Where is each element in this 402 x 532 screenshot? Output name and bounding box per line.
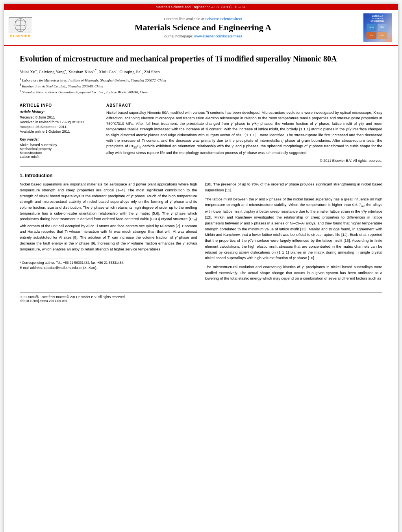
copyright-line: © 2011 Elsevier B.V. All rights reserved…: [106, 159, 382, 163]
accepted-date: Accepted 26 September 2011: [20, 125, 98, 129]
revised-date: Received in revised form 12 August 2011: [20, 120, 98, 124]
homepage-line: journal homepage: www.elsevier.com/locat…: [164, 34, 243, 38]
homepage-label: journal homepage:: [164, 34, 193, 38]
cover-journal-title: MATERIALSSCIENCE &ENGINEERING: [371, 15, 384, 22]
authors-line: Yulai Xua, Caixiong Yanga, Xueshan Xiaoa…: [20, 69, 382, 74]
section1-title: 1. Introduction: [20, 173, 382, 178]
affiliation-a: a Laboratory for Microstructures, Instit…: [20, 77, 382, 82]
footer-issn: 0921-5093/$ – see front matter © 2011 El…: [20, 295, 126, 299]
body-two-column-layout: Nickel based superalloys are important m…: [20, 182, 382, 285]
journal-name: Materials Science and Engineering A: [135, 22, 271, 33]
article-footer: 0921-5093/$ – see front matter © 2011 El…: [20, 293, 382, 303]
elsevier-logo: ELSEVIER ELSEVIER: [9, 17, 32, 38]
journal-title-block: Contents lists available at SciVerse Sci…: [48, 13, 358, 42]
history-label: Article history:: [20, 110, 98, 114]
body-right-column: [10]. The presence of up to 70% of the o…: [205, 182, 383, 285]
intro-paragraph-3: The lattice misfit between the γ′ and γ …: [205, 196, 383, 261]
elsevier-wordmark: ELSEVIER: [10, 34, 31, 38]
article-info-abstract-section: ARTICLE INFO Article history: Received 8…: [20, 103, 382, 163]
article-content: Evolution of microstructure and mechanic…: [4, 46, 398, 311]
journal-cover-image: MATERIALSSCIENCE &ENGINEERING micro SEM …: [362, 13, 393, 42]
footnote-corresponding: * Corresponding author. Tel.: +86 21 563…: [20, 261, 197, 265]
cover-graphic: MATERIALSSCIENCE &ENGINEERING micro SEM …: [363, 13, 392, 42]
journal-header: ELSEVIER ELSEVIER Contents lists availab…: [4, 10, 398, 46]
received-date: Received 8 June 2011: [20, 115, 98, 119]
keywords-label: Key words:: [20, 137, 98, 141]
article-info-label: ARTICLE INFO: [20, 103, 98, 108]
abstract-text: Nickel based superalloy Nimonic 80A modi…: [106, 110, 382, 156]
body-left-column: Nickel based superalloys are important m…: [20, 182, 197, 285]
svg-text:micro: micro: [369, 26, 374, 28]
elsevier-logo-container: ELSEVIER ELSEVIER: [9, 13, 44, 42]
footnote-divider: [20, 258, 91, 258]
footer-doi: doi:10.1016/j.msea.2011.09.091: [20, 299, 67, 303]
header-divider: [20, 99, 382, 99]
sciverse-line: Contents lists available at SciVerse Sci…: [164, 17, 242, 21]
article-info-column: ARTICLE INFO Article history: Received 8…: [20, 103, 98, 163]
section-divider: [20, 167, 382, 167]
svg-text:SEM: SEM: [380, 26, 385, 28]
intro-paragraph-1: Nickel based superalloys are important m…: [20, 182, 197, 252]
homepage-link[interactable]: www.elsevier.com/locate/msea: [194, 34, 243, 38]
journal-citation-text: Materials Science and Engineering A 530 …: [156, 5, 246, 9]
svg-text:XRD: XRD: [380, 34, 385, 37]
abstract-label: ABSTRACT: [106, 103, 382, 108]
keywords-list: Nickel based superalloyMechanical proper…: [20, 143, 98, 159]
journal-citation-bar: Materials Science and Engineering A 530 …: [4, 4, 398, 10]
contents-available-text: Contents lists available at: [164, 17, 204, 21]
svg-text:TEM: TEM: [369, 34, 374, 37]
page: Materials Science and Engineering A 530 …: [4, 4, 398, 532]
intro-paragraph-2: [10]. The presence of up to 70% of the o…: [205, 182, 383, 193]
available-date: Available online 1 October 2011: [20, 130, 98, 133]
elsevier-logo-graphic: ELSEVIER: [9, 17, 32, 33]
article-title: Evolution of microstructure and mechanic…: [20, 54, 382, 64]
abstract-column: ABSTRACT Nickel based superalloy Nimonic…: [106, 103, 382, 163]
affiliation-b: b Baoshan Iron & Steel Co., Ltd., Shangh…: [20, 83, 382, 88]
sciverse-link[interactable]: SciVerse ScienceDirect: [205, 17, 242, 21]
intro-paragraph-4: The microstructural evolution and coarse…: [205, 264, 383, 282]
svg-text:ELSEVIER: ELSEVIER: [16, 24, 25, 26]
affiliations-block: a Laboratory for Microstructures, Instit…: [20, 77, 382, 94]
affiliation-c: c Shanghai Electric Power Generation Equ…: [20, 89, 382, 94]
keywords-block: Key words: Nickel based superalloyMechan…: [20, 137, 98, 159]
article-history-block: Article history: Received 8 June 2011 Re…: [20, 110, 98, 133]
body-content: 1. Introduction Nickel based superalloys…: [20, 173, 382, 285]
footnote-email: E-mail address: xaoxiao@mail.shu.edu.cn …: [20, 266, 197, 270]
